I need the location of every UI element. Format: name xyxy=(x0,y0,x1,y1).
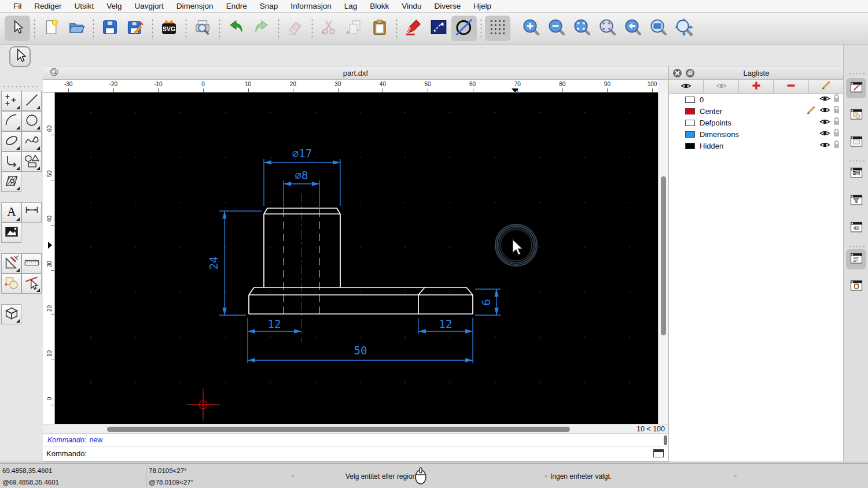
tool-dimension-button[interactable] xyxy=(21,202,42,223)
tool-image-button[interactable] xyxy=(1,223,21,243)
menu-diverse[interactable]: Diverse xyxy=(428,0,468,13)
hide-all-button[interactable] xyxy=(704,80,738,93)
dock-clipboard-window-button[interactable] xyxy=(846,276,866,297)
vertical-scrollbar-thumb[interactable] xyxy=(661,176,666,335)
svg-export-button[interactable]: SVG xyxy=(156,16,182,41)
draft-mode-toggle[interactable] xyxy=(451,16,477,41)
menu-vindu[interactable]: Vindu xyxy=(395,0,428,13)
panel-close-icon[interactable] xyxy=(673,69,682,77)
panel-detach-icon[interactable] xyxy=(686,69,694,77)
tool-circle-button[interactable] xyxy=(21,111,42,131)
tool-points-button[interactable] xyxy=(1,91,21,111)
menu-rediger[interactable]: Rediger xyxy=(28,0,68,13)
dock-drag-handle[interactable] xyxy=(848,72,865,75)
layer-color-swatch[interactable] xyxy=(685,131,695,138)
layer-visibility-eye-icon[interactable] xyxy=(819,141,830,151)
layer-row-defpoints[interactable]: Defpoints xyxy=(669,117,844,128)
layer-lock-icon[interactable] xyxy=(833,140,840,151)
tool-hatch-button[interactable] xyxy=(1,172,21,192)
open-file-button[interactable] xyxy=(64,16,89,41)
tool-modify-button[interactable] xyxy=(1,253,21,273)
copy-button[interactable] xyxy=(341,16,367,41)
zoom-auto-button[interactable] xyxy=(569,16,595,41)
redo-button[interactable] xyxy=(249,16,274,41)
layer-row-center[interactable]: Center xyxy=(669,105,844,117)
save-button[interactable] xyxy=(97,16,123,41)
dock-section-window-button[interactable] xyxy=(846,218,866,238)
tool-solid-button[interactable] xyxy=(1,304,21,324)
layer-lock-icon[interactable] xyxy=(833,105,840,117)
menu-utsikt[interactable]: Utsikt xyxy=(68,0,101,13)
edit-layer-button[interactable] xyxy=(809,80,844,93)
dock-draw-window-button[interactable] xyxy=(846,78,866,98)
layer-color-swatch[interactable] xyxy=(685,108,695,114)
tool-polyline-button[interactable] xyxy=(1,151,21,172)
menu-fil[interactable]: Fil xyxy=(7,0,28,13)
menu-velg[interactable]: Velg xyxy=(100,0,128,13)
delete-button[interactable] xyxy=(282,16,308,41)
menu-informasjon[interactable]: Informasjon xyxy=(284,0,338,13)
layer-visibility-eye-icon[interactable] xyxy=(819,117,830,128)
tool-shapes-button[interactable] xyxy=(21,151,42,172)
dock-block-window-button[interactable] xyxy=(846,105,866,125)
layer-lock-icon[interactable] xyxy=(833,117,840,128)
line-attributes-button[interactable] xyxy=(426,16,451,41)
vertical-scrollbar[interactable] xyxy=(658,93,668,424)
drawing-title-bar[interactable]: part.dxf xyxy=(43,66,668,80)
layer-lock-icon[interactable] xyxy=(833,128,840,140)
select-tool-button[interactable] xyxy=(5,16,30,41)
menu-dimensjon[interactable]: Dimensjon xyxy=(170,0,220,13)
grid-toggle[interactable] xyxy=(485,16,510,41)
remove-layer-button[interactable] xyxy=(774,80,808,93)
tool-line-button[interactable] xyxy=(21,91,42,111)
layer-color-swatch[interactable] xyxy=(685,97,695,103)
layer-visibility-eye-icon[interactable] xyxy=(819,106,830,116)
layer-color-swatch[interactable] xyxy=(685,120,695,126)
tool-order-button[interactable] xyxy=(1,273,21,294)
print-preview-button[interactable] xyxy=(190,16,215,41)
layer-visibility-eye-icon[interactable] xyxy=(819,94,830,105)
zoom-select-button[interactable] xyxy=(595,16,620,41)
show-all-button[interactable] xyxy=(669,80,704,93)
layer-row-0[interactable]: 0 xyxy=(669,94,844,105)
command-input-line[interactable]: Kommando: xyxy=(43,446,668,461)
pen-attributes-button[interactable] xyxy=(400,16,426,41)
zoom-out-button[interactable] xyxy=(544,16,569,41)
zoom-in-button[interactable] xyxy=(518,16,544,41)
zoom-pan-button[interactable] xyxy=(671,16,697,41)
dock-filter-window-button[interactable] xyxy=(846,191,866,211)
command-window-icon[interactable] xyxy=(653,449,664,457)
add-layer-button[interactable] xyxy=(739,80,774,93)
layer-lock-icon[interactable] xyxy=(833,94,840,105)
menu-lag[interactable]: Lag xyxy=(338,0,364,13)
dock-layer-list-window-button[interactable] xyxy=(846,164,866,184)
dock-command-window-button[interactable] xyxy=(846,249,866,269)
tool-measure-button[interactable] xyxy=(21,253,42,273)
menu-uavgjort[interactable]: Uavgjort xyxy=(128,0,170,13)
command-history-scrollbar[interactable] xyxy=(664,435,667,445)
tool-arc-button[interactable] xyxy=(1,111,21,131)
paste-button[interactable] xyxy=(367,16,392,41)
cut-button[interactable] xyxy=(316,16,341,41)
tool-spline-button[interactable] xyxy=(21,131,42,151)
undo-button[interactable] xyxy=(223,16,249,41)
menu-blokk[interactable]: Blokk xyxy=(363,0,395,13)
tool-text-button[interactable]: A xyxy=(1,202,21,223)
layer-row-dimensions[interactable]: Dimensions xyxy=(669,128,844,140)
horizontal-scrollbar[interactable]: 10 < 100 xyxy=(43,424,668,434)
dock-library-window-button[interactable] xyxy=(846,132,866,153)
drawing-canvas[interactable]: ⌀17 ⌀8 24 6 12 12 50 xyxy=(55,93,658,424)
layer-color-swatch[interactable] xyxy=(685,143,695,149)
tool-select-entity-button[interactable] xyxy=(21,273,42,294)
palette-drag-handle[interactable] xyxy=(2,85,38,88)
zoom-window-button[interactable] xyxy=(646,16,671,41)
zoom-previous-button[interactable] xyxy=(620,16,646,41)
layer-row-hidden[interactable]: Hidden xyxy=(669,140,844,151)
menu-hjelp[interactable]: Hjelp xyxy=(467,0,498,13)
menu-snap[interactable]: Snap xyxy=(253,0,285,13)
horizontal-scrollbar-thumb[interactable] xyxy=(107,427,570,432)
new-document-button[interactable] xyxy=(38,16,64,41)
tool-ellipse-button[interactable] xyxy=(1,131,21,151)
current-action-select-button[interactable] xyxy=(9,46,31,67)
layer-visibility-eye-icon[interactable] xyxy=(819,129,830,139)
